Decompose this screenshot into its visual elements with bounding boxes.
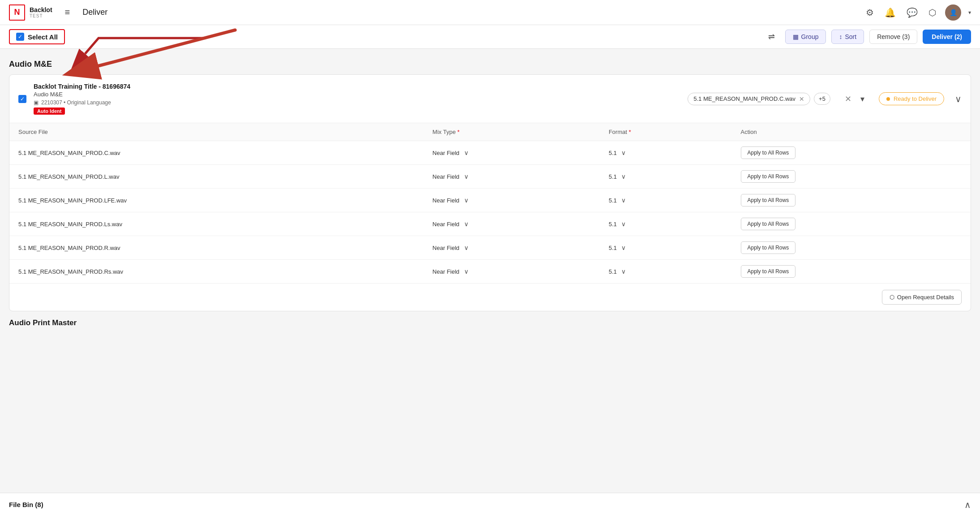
format-dropdown-icon[interactable]: ∨: [621, 244, 626, 251]
source-file-cell: 5.1 ME_REASON_MAIN_PROD.LFE.wav: [9, 189, 424, 212]
external-icon: ⬡: [890, 294, 894, 301]
table-body: 5.1 ME_REASON_MAIN_PROD.C.wav Near Field…: [9, 141, 971, 284]
card-info: Backlot Training Title - 81696874 Audio …: [34, 83, 680, 115]
source-file-cell: 5.1 ME_REASON_MAIN_PROD.Ls.wav: [9, 212, 424, 236]
mix-type-dropdown-icon[interactable]: ∨: [464, 149, 469, 156]
format-value: 5.1: [609, 245, 617, 251]
top-nav: N Backlot TEST ≡ Deliver ⚙ 🔔 💬 ⬡ 👤 ▾: [0, 0, 980, 25]
remove-label: Remove (3): [877, 33, 910, 40]
file-tag-label: 5.1 ME_REASON_MAIN_PROD.C.wav: [693, 95, 795, 102]
deliver-label: Deliver (2): [932, 33, 962, 40]
nav-logo: N Backlot TEST: [9, 4, 52, 21]
hamburger-icon[interactable]: ≡: [61, 5, 74, 19]
format-value: 5.1: [609, 268, 617, 275]
mix-type-cell: Near Field ∨: [424, 189, 600, 212]
file-bin-collapse-icon[interactable]: ∧: [964, 499, 971, 510]
clear-files-icon[interactable]: ✕: [845, 94, 851, 104]
file-tag-primary[interactable]: 5.1 ME_REASON_MAIN_PROD.C.wav ✕: [688, 93, 810, 105]
select-all-label: Select All: [28, 33, 58, 41]
mix-type-cell: Near Field ∨: [424, 165, 600, 189]
section-below-title: Audio Print Master: [9, 318, 971, 327]
auto-ident-badge: Auto Ident: [34, 108, 65, 115]
format-cell: 5.1 ∨: [600, 236, 732, 260]
format-dropdown-icon[interactable]: ∨: [621, 149, 626, 156]
brand-name: Backlot: [30, 6, 52, 13]
apply-to-all-rows-button[interactable]: Apply to All Rows: [741, 265, 796, 278]
action-cell: Apply to All Rows: [732, 260, 971, 284]
apply-to-all-rows-button[interactable]: Apply to All Rows: [741, 218, 796, 230]
settings-icon[interactable]: ⚙: [864, 5, 876, 20]
brand-sub: TEST: [30, 13, 52, 18]
table-row: 5.1 ME_REASON_MAIN_PROD.R.wav Near Field…: [9, 236, 971, 260]
deliver-button[interactable]: Deliver (2): [923, 30, 971, 44]
external-link-icon[interactable]: ⬡: [927, 5, 938, 20]
action-cell: Apply to All Rows: [732, 165, 971, 189]
file-tags: 5.1 ME_REASON_MAIN_PROD.C.wav ✕ +5: [688, 93, 830, 105]
status-badge: Ready to Deliver: [879, 92, 944, 105]
action-cell: Apply to All Rows: [732, 236, 971, 260]
card-title: Backlot Training Title - 81696874: [34, 83, 680, 90]
file-bin-label: File Bin (8): [9, 501, 43, 508]
avatar-dropdown-icon[interactable]: ▾: [968, 9, 971, 16]
format-cell: 5.1 ∨: [600, 260, 732, 284]
format-cell: 5.1 ∨: [600, 141, 732, 165]
mix-type-cell: Near Field ∨: [424, 260, 600, 284]
format-value: 5.1: [609, 221, 617, 228]
file-bin-bar: File Bin (8) ∧: [0, 493, 980, 515]
apply-to-all-rows-button[interactable]: Apply to All Rows: [741, 146, 796, 159]
format-value: 5.1: [609, 197, 617, 204]
card-footer: ⬡ Open Request Details: [9, 283, 971, 311]
format-dropdown-icon[interactable]: ∨: [621, 197, 626, 204]
mix-type-dropdown-icon[interactable]: ∨: [464, 220, 469, 228]
apply-to-all-rows-button[interactable]: Apply to All Rows: [741, 170, 796, 183]
filter-icon[interactable]: ⇌: [764, 29, 780, 45]
card-expand-icon[interactable]: ∨: [955, 94, 962, 104]
open-request-button[interactable]: ⬡ Open Request Details: [882, 290, 962, 305]
format-value: 5.1: [609, 150, 617, 156]
group-icon: ▦: [793, 33, 799, 40]
chat-icon[interactable]: 💬: [905, 5, 920, 20]
group-button[interactable]: ▦ Group: [785, 30, 826, 44]
format-dropdown-icon[interactable]: ∨: [621, 173, 626, 180]
apply-to-all-rows-button[interactable]: Apply to All Rows: [741, 241, 796, 254]
audio-me-card: ✓ Backlot Training Title - 81696874 Audi…: [9, 74, 971, 311]
group-label: Group: [801, 33, 819, 40]
remove-button[interactable]: Remove (3): [869, 30, 917, 44]
select-all-checkbox[interactable]: ✓: [16, 33, 24, 41]
nav-icons: ⚙ 🔔 💬 ⬡ 👤 ▾: [864, 4, 971, 21]
action-cell: Apply to All Rows: [732, 212, 971, 236]
card-checkbox[interactable]: ✓: [18, 95, 26, 103]
col-action: Action: [732, 123, 971, 141]
file-tag-count[interactable]: +5: [814, 93, 830, 105]
card-meta-text: 2210307 • Original Language: [41, 99, 111, 106]
mix-type-dropdown-icon[interactable]: ∨: [464, 268, 469, 275]
table-row: 5.1 ME_REASON_MAIN_PROD.LFE.wav Near Fie…: [9, 189, 971, 212]
notifications-icon[interactable]: 🔔: [883, 5, 898, 20]
select-all-button[interactable]: ✓ Select All: [9, 29, 65, 44]
nav-brand: Backlot TEST: [30, 6, 52, 18]
mix-type-dropdown-icon[interactable]: ∨: [464, 244, 469, 251]
card-subtitle: Audio M&E: [34, 91, 680, 98]
apply-to-all-rows-button[interactable]: Apply to All Rows: [741, 194, 796, 206]
mix-type-value: Near Field: [433, 245, 460, 251]
file-tag-close-icon[interactable]: ✕: [799, 95, 804, 103]
card-header: ✓ Backlot Training Title - 81696874 Audi…: [9, 75, 971, 123]
format-value: 5.1: [609, 173, 617, 180]
mix-type-cell: Near Field ∨: [424, 141, 600, 165]
source-file-cell: 5.1 ME_REASON_MAIN_PROD.Rs.wav: [9, 260, 424, 284]
mix-type-dropdown-icon[interactable]: ∨: [464, 173, 469, 180]
source-file-cell: 5.1 ME_REASON_MAIN_PROD.R.wav: [9, 236, 424, 260]
files-dropdown-icon[interactable]: ▾: [860, 94, 864, 104]
sort-button[interactable]: ↕ Sort: [831, 30, 864, 44]
avatar[interactable]: 👤: [945, 4, 961, 21]
format-dropdown-icon[interactable]: ∨: [621, 268, 626, 275]
status-dot: [886, 97, 890, 101]
table-header: Source File Mix Type * Format * Action: [9, 123, 971, 141]
sort-label: Sort: [845, 33, 856, 40]
table-row: 5.1 ME_REASON_MAIN_PROD.Rs.wav Near Fiel…: [9, 260, 971, 284]
mix-type-value: Near Field: [433, 150, 460, 156]
format-dropdown-icon[interactable]: ∨: [621, 220, 626, 228]
meta-icon: ▣: [34, 99, 39, 106]
mix-type-value: Near Field: [433, 268, 460, 275]
mix-type-dropdown-icon[interactable]: ∨: [464, 197, 469, 204]
